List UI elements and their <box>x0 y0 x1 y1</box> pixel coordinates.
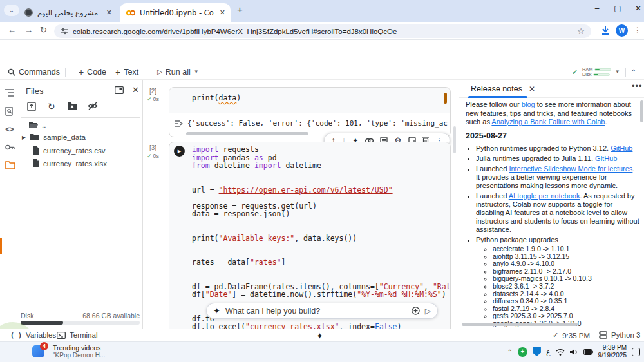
resources-caret-icon[interactable]: ▼ <box>615 69 620 75</box>
file-row-xlsx[interactable]: currency_rates.xlsx <box>32 159 107 167</box>
code-cell-2[interactable]: ▶ import requestsimport pandas as pdfrom… <box>169 142 451 329</box>
clock[interactable]: 9:39 PM 9/19/2025 <box>598 344 627 359</box>
notification-center-icon[interactable] <box>632 348 640 356</box>
upload-file-icon[interactable] <box>27 102 36 111</box>
tab2-title: Untitled0.ipynb - Colab <box>140 8 214 17</box>
run-cell-button[interactable]: ▶ <box>174 146 185 157</box>
collapse-header-icon[interactable]: ⌃ <box>631 68 636 75</box>
forward-icon[interactable]: → <box>24 25 33 35</box>
panel-hscrollbar[interactable] <box>462 323 578 326</box>
files-folder-icon[interactable] <box>5 161 15 169</box>
tab2-close-icon[interactable]: ✕ <box>214 8 231 17</box>
close-release-notes-icon[interactable]: ✕ <box>529 84 535 93</box>
release-note-link[interactable]: AI toggle per notebook <box>509 192 580 200</box>
find-replace-icon[interactable] <box>5 107 14 116</box>
gemini-spark-icon[interactable]: ✦ <box>316 331 323 341</box>
back-icon[interactable]: ← <box>8 25 16 35</box>
cell2-code[interactable]: import requestsimport pandas as pdfrom d… <box>192 146 451 329</box>
active-rail-indicator <box>0 238 2 254</box>
run-all-button[interactable]: ▷ Run all ▼ <box>157 68 199 77</box>
file-name: sample_data <box>43 133 86 141</box>
gemini-prompt-bar[interactable]: ✦ What can I help you build? ▷ <box>206 303 438 319</box>
tab-release-notes[interactable]: Release notes ✕ <box>471 84 535 93</box>
tab1-close-icon[interactable]: ✕ <box>101 8 117 17</box>
send-prompt-icon[interactable]: ▷ <box>425 307 431 316</box>
window-maximize-button[interactable]: ▢ <box>608 0 627 18</box>
release-note-link[interactable]: GitHub <box>611 144 632 152</box>
tray-time: 9:39 PM <box>598 344 627 352</box>
windows-security-icon[interactable] <box>533 347 541 356</box>
system-tray: ⌃ ع 9:39 PM 9/19/2025 <box>507 341 640 362</box>
downloads-icon[interactable] <box>600 25 611 36</box>
connected-check-icon: ✓ <box>572 68 578 77</box>
tray-expand-icon[interactable]: ⌃ <box>507 348 513 356</box>
expand-arrow-icon[interactable]: ▶ <box>22 135 26 140</box>
output-hscrollbar[interactable] <box>186 132 308 135</box>
resource-meters[interactable]: RAM Disk <box>582 67 611 77</box>
mount-drive-icon[interactable] <box>67 102 77 111</box>
release-notes-panel: Release notes ✕ ••• Please follow our bl… <box>459 80 644 329</box>
profile-avatar[interactable]: W <box>616 24 628 37</box>
disk-available: 68.66 GB available <box>82 312 140 319</box>
hidden-files-eye-off-icon[interactable] <box>88 102 98 110</box>
close-files-panel-icon[interactable]: ✕ <box>132 85 139 95</box>
table-of-contents-icon[interactable] <box>5 89 14 97</box>
new-tab-button[interactable]: + <box>237 4 243 15</box>
file-name: .. <box>42 121 46 129</box>
notebook-vscrollbar[interactable] <box>453 126 456 153</box>
release-note-link[interactable]: blog <box>522 100 535 108</box>
wifi-icon[interactable] <box>556 348 565 356</box>
file-row-up[interactable]: .. <box>28 121 46 129</box>
folder-open-icon <box>28 121 38 129</box>
terminal-button[interactable]: Terminal <box>57 331 97 339</box>
file-row-sample-data[interactable]: ▶ sample_data <box>22 133 86 141</box>
plus-icon: + <box>115 67 120 77</box>
address-bar[interactable]: colab.research.google.com/drive/1pbfiHyb… <box>54 24 591 38</box>
bookmark-star-icon[interactable]: ☆ <box>577 26 585 36</box>
widget-headline[interactable]: Trending videos <box>53 344 100 352</box>
output-icon[interactable] <box>175 120 184 128</box>
window-minimize-button[interactable]: – <box>587 0 607 18</box>
add-context-icon[interactable] <box>412 307 420 315</box>
colab-favicon-icon <box>126 10 135 16</box>
cell1-exec-status: ✓0s <box>147 96 159 102</box>
browser-menu-icon[interactable]: ⋮ <box>634 26 641 35</box>
file-row-csv[interactable]: currency_rates.csv <box>32 146 106 155</box>
site-info-icon[interactable] <box>61 28 68 35</box>
refresh-files-icon[interactable]: ↻ <box>48 101 55 111</box>
add-code-button[interactable]: +Code <box>79 67 106 77</box>
widget-subheadline[interactable]: "KPop Demon H... <box>53 352 105 359</box>
add-text-button[interactable]: +Text <box>115 67 138 77</box>
keyboard-language-indicator[interactable]: ع <box>546 348 551 356</box>
panel-vscrollbar[interactable] <box>640 100 643 122</box>
release-note-link[interactable]: GitHub <box>595 155 617 162</box>
files-panel: Files ✕ ↻ .. ▶ sample_data currency_rate… <box>19 80 143 329</box>
cell2-exec-count[interactable]: [3] <box>149 144 156 151</box>
open-panel-in-tab-icon[interactable] <box>115 86 124 94</box>
volume-icon[interactable] <box>570 348 578 356</box>
window-close-button[interactable]: ✕ <box>629 0 644 18</box>
reload-icon[interactable]: ↻ <box>40 25 47 35</box>
cell1-code[interactable]: print(data) <box>192 94 241 102</box>
battery-icon[interactable] <box>583 349 593 355</box>
code-snippets-icon[interactable]: <> <box>5 125 14 134</box>
tab-search-button[interactable]: ⌄ <box>4 5 19 16</box>
browser-tab-1[interactable]: مشروع يخلص اليوم ✕ <box>19 3 117 22</box>
widgets-badge: 4 <box>40 342 48 350</box>
search-icon <box>8 68 15 76</box>
tab1-favicon-icon <box>24 8 33 17</box>
variables-button[interactable]: ( ) Variables <box>10 331 56 339</box>
kernel-selector[interactable]: Python 3 <box>599 331 640 339</box>
panel-more-icon[interactable]: ••• <box>632 81 643 91</box>
tray-app-icon-green[interactable] <box>518 347 527 357</box>
commands-button[interactable]: Commands <box>8 68 60 77</box>
file-icon <box>32 159 39 167</box>
tab1-title: مشروع يخلص اليوم <box>37 8 101 17</box>
browser-tab-2[interactable]: Untitled0.ipynb - Colab ✕ <box>120 3 231 22</box>
code-cell-1[interactable]: print(data) {'success': False, 'error': … <box>169 87 451 137</box>
secrets-key-icon[interactable] <box>5 143 15 151</box>
cell1-exec-count[interactable]: [2] <box>149 88 156 95</box>
release-note-link[interactable]: Analyzing a Bank Failure with Colab <box>491 118 605 126</box>
release-notes-body: Please follow our blog to see more infor… <box>466 100 639 345</box>
release-note-link[interactable]: Interactive Slideshow Mode for lectures <box>509 165 632 173</box>
